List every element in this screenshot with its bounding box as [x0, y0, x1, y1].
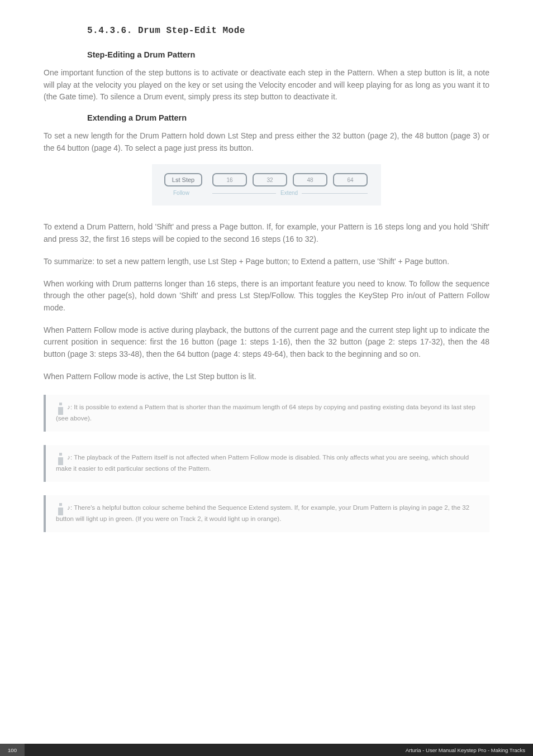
info-icon [56, 503, 63, 515]
page-footer: 100 Arturia - User Manual Keystep Pro - … [0, 744, 533, 756]
paragraph-1: One important function of the step butto… [44, 67, 489, 103]
button-panel-figure: Lst Step 16 32 48 64 Follow Extend [152, 164, 381, 205]
subheading-extending: Extending a Drum Pattern [87, 113, 489, 122]
paragraph-7: When Pattern Follow mode is active, the … [44, 371, 489, 383]
callout-1-text: ♪: It is possible to extend a Pattern th… [56, 404, 475, 422]
callout-3: ♪: There's a helpful button colour schem… [44, 495, 489, 532]
thirtytwo-button-graphic: 32 [253, 173, 287, 186]
follow-label: Follow [173, 190, 189, 196]
paragraph-3: To extend a Drum Pattern, hold 'Shift' a… [44, 221, 489, 245]
info-icon [56, 453, 63, 465]
page-number: 100 [0, 744, 25, 756]
callout-2: ♪: The playback of the Pattern itself is… [44, 445, 489, 482]
paragraph-4: To summarize: to set a new pattern lengt… [44, 256, 489, 268]
extend-line-left [212, 193, 276, 194]
sixteen-button-graphic: 16 [212, 173, 247, 186]
callout-3-text: ♪: There's a helpful button colour schem… [56, 504, 469, 522]
info-icon [56, 403, 63, 415]
footer-title: Arturia - User Manual Keystep Pro - Maki… [25, 744, 533, 756]
extend-line-right [302, 193, 368, 194]
section-number-heading: 5.4.3.6. Drum Step-Edit Mode [87, 26, 489, 36]
paragraph-2: To set a new length for the Drum Pattern… [44, 130, 489, 154]
sixtyfour-button-graphic: 64 [333, 173, 368, 186]
subheading-step-editing: Step-Editing a Drum Pattern [87, 50, 489, 59]
callout-2-text: ♪: The playback of the Pattern itself is… [56, 454, 469, 472]
fortyeight-button-graphic: 48 [293, 173, 327, 186]
callout-1: ♪: It is possible to extend a Pattern th… [44, 395, 489, 432]
paragraph-5: When working with Drum patterns longer t… [44, 278, 489, 314]
figure-wrap: Lst Step 16 32 48 64 Follow Extend [44, 164, 489, 205]
extend-label: Extend [280, 190, 298, 196]
lst-step-button-graphic: Lst Step [164, 173, 202, 186]
paragraph-6: When Pattern Follow mode is active durin… [44, 324, 489, 361]
